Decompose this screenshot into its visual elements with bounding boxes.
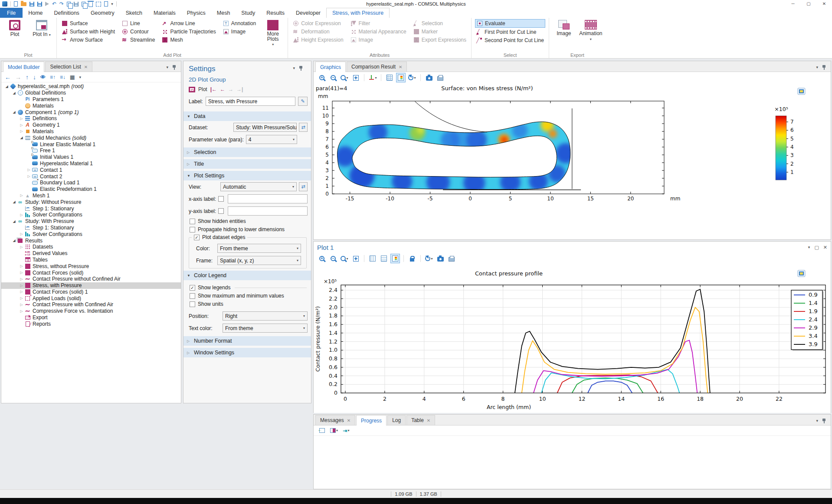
tab-materials[interactable]: Materials [148,8,181,18]
zoom-box-icon[interactable]: ▾ [340,254,349,263]
report-icon[interactable] [104,1,108,7]
parameter-value-combo[interactable]: 4▾ [246,135,297,144]
tree-item[interactable]: Step 1: Stationary [1,205,181,212]
minimize-button[interactable]: ─ [785,0,801,8]
collapse-arrow-icon[interactable]: ◢ [11,91,17,95]
settings-menu-icon[interactable]: ▾ [293,66,295,70]
plot1-menu-icon[interactable]: ▾ [808,245,810,249]
tree-item[interactable]: Parameters 1 [1,96,181,103]
line-button[interactable]: Line [121,19,156,27]
tree-item[interactable]: ▷Compressive Force vs. Indentation [1,308,181,314]
grid-icon[interactable] [385,73,394,82]
model-tree-options-icon[interactable]: ▦ [70,74,75,80]
tab-comparison-result[interactable]: Comparison Result✕ [347,62,407,72]
tab-geometry[interactable]: Geometry [85,8,120,18]
tree-item[interactable]: ▷Contact 1 [1,167,181,173]
axis-orientation-icon[interactable]: ▾ [368,73,377,82]
tree-item[interactable]: ◢Solid Mechanics(solid) [1,134,181,141]
plot-last-icon[interactable]: →| [236,86,243,92]
surface-with-height-button[interactable]: Surface with Height [60,27,116,36]
more-plots-button[interactable]: More Plots▾ [262,19,284,52]
tab-results[interactable]: Results [261,8,290,18]
forward-icon[interactable]: → [15,74,21,81]
tab-home[interactable]: Home [23,8,48,18]
position-combo[interactable]: Right▾ [223,311,308,321]
zoom-in-icon[interactable]: + [317,73,327,82]
expand-arrow-icon[interactable]: ▷ [19,296,24,300]
particle-trajectories-button[interactable]: Particle Trajectories [161,27,217,36]
cancel-arrow-icon[interactable]: ⇥▾ [341,426,351,435]
y-axis-label-checkbox[interactable] [218,208,224,214]
tree-item[interactable]: Boundary Load 1 [1,180,181,186]
move-up-icon[interactable]: ↑ [26,74,29,81]
annotation-button[interactable]: Annotation [222,19,257,27]
tab-study[interactable]: Study [236,8,261,18]
save-icon[interactable] [29,2,34,7]
tree-item[interactable]: ▷Stress, with Pressure [1,282,181,289]
tree-item[interactable]: ◢Component 1(comp 1) [1,109,181,115]
tree-item[interactable]: Free 1 [1,147,181,154]
go-to-view-button[interactable]: ⇄ [299,182,308,191]
mesh-plot-button[interactable]: Mesh [161,36,217,44]
collapse-arrow-icon[interactable]: ◢ [11,219,17,223]
collapse-arrow-icon[interactable]: ◢ [11,110,17,114]
expand-arrow-icon[interactable]: ▷ [19,284,24,288]
close-icon[interactable]: ✕ [347,418,350,423]
tab-selection-list[interactable]: Selection List✕ [45,62,92,72]
color-combo[interactable]: From theme▾ [217,244,301,253]
tree-item[interactable]: Reports [1,321,181,327]
tree-item[interactable]: ▷Materials [1,128,181,135]
show-maxmin-checkbox[interactable] [190,293,195,299]
tree-item[interactable]: ▷Datasets [1,244,181,250]
frame-combo[interactable]: Spatial (x, y, z)▾ [217,256,301,265]
graphics-canvas[interactable]: -15-10-50510152001234567891011mmmmpara(4… [314,83,831,239]
move-progress-icon[interactable] [317,426,327,435]
move-down-icon[interactable]: ↓ [33,74,36,81]
paste-icon[interactable] [74,2,79,7]
snapshot-icon[interactable] [436,254,445,263]
dataset-combo[interactable]: Study: With Pressure/Solutio▾ [233,123,297,132]
duplicate-icon[interactable] [82,2,85,7]
tab-file[interactable]: File [0,8,23,18]
plot-in-button[interactable]: Plot In ▾ [30,19,53,52]
tree-item[interactable]: ▷Contact Pressure without Confined Air [1,276,181,282]
export-image-button[interactable]: Image [553,19,575,52]
expand-arrow-icon[interactable]: ▷ [19,193,24,197]
expand-arrow-icon[interactable]: ▷ [19,290,24,294]
tree-item[interactable]: Initial Values 1 [1,154,181,160]
collapse-arrow-icon[interactable]: ◢ [11,200,17,204]
tree-item[interactable]: Hyperelastic Material 1 [1,160,181,167]
contour-button[interactable]: Contour [121,27,156,36]
close-button[interactable]: ✕ [816,0,832,8]
expand-arrow-icon[interactable]: ▷ [19,129,24,133]
progress-table-icon[interactable]: ▾ [329,426,339,435]
arrow-line-button[interactable]: Arrow Line [161,19,217,27]
tab-stress-with-pressure[interactable]: Stress, with Pressure [326,8,390,18]
plot-dataset-edges-checkbox[interactable]: ✓ [194,235,200,240]
tab-sketch[interactable]: Sketch [120,8,148,18]
pin-icon[interactable] [172,65,176,70]
tree-item[interactable]: Materials [1,102,181,109]
tab-model-builder[interactable]: Model Builder [3,62,44,72]
rename-button[interactable]: ✎︎ [298,97,308,106]
graphics-pin-icon[interactable] [822,65,826,70]
tree-item[interactable]: Step 1: Stationary [1,225,181,231]
tree-item[interactable]: Tables [1,257,181,263]
snapshot-icon[interactable] [424,73,434,82]
open-file-icon[interactable] [21,2,26,6]
tree-item[interactable]: ▷Contact 2 [1,173,181,180]
tree-item[interactable]: ▷Mesh 1 [1,193,181,199]
zoom-box-icon[interactable]: ▾ [340,73,349,82]
x-axis-label-input[interactable] [228,194,308,203]
tab-messages[interactable]: Messages✕ [315,415,355,425]
tree-item[interactable]: Elastic Predeformation 1 [1,186,181,193]
qat-dropdown-icon[interactable]: ▾ [111,2,113,6]
tree-item[interactable]: Linear Elastic Material 1 [1,141,181,147]
toolbar-dropdown-icon[interactable]: ▾ [79,75,81,79]
y-axis-label-input[interactable] [228,206,308,216]
tab-graphics[interactable]: Graphics [315,62,346,72]
expand-icon[interactable]: ≡↓ [60,74,66,80]
tree-item[interactable]: ▷Geometry 1 [1,122,181,128]
tree-item[interactable]: ◢hyperelastic_seal.mph(root) [1,83,181,90]
plot-next-icon[interactable]: → [228,86,233,92]
